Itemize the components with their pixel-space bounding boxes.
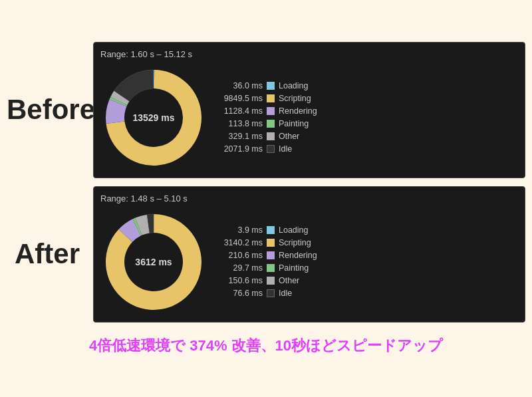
legend-label: Loading (279, 81, 309, 90)
legend-color-box (267, 277, 275, 285)
after-range: Range: 1.48 s – 5.10 s (100, 194, 515, 203)
legend-value: 329.1 ms (217, 132, 263, 141)
legend-color-box (267, 289, 275, 297)
legend-color-box (267, 251, 275, 259)
legend-color-box (267, 132, 275, 140)
legend-label: Scripting (279, 238, 311, 247)
legend-value: 150.6 ms (217, 276, 263, 285)
legend-item: 1128.4 msRendering (217, 106, 515, 116)
legend-color-box (267, 239, 275, 247)
legend-label: Idle (279, 289, 292, 298)
legend-label: Other (279, 276, 299, 285)
legend-label: Loading (279, 225, 309, 235)
legend-label: Rendering (279, 106, 317, 116)
after-center-label: 3612 ms (135, 257, 172, 267)
legend-value: 113.8 ms (217, 119, 263, 128)
legend-value: 9849.5 ms (217, 94, 263, 103)
legend-color-box (267, 82, 275, 90)
legend-value: 76.6 ms (217, 289, 263, 298)
legend-item: 210.6 msRendering (217, 251, 515, 260)
legend-label: Painting (279, 263, 309, 273)
legend-item: 36.0 msLoading (217, 81, 515, 90)
before-donut: 13529 ms (100, 65, 207, 171)
before-chart-content: 13529 ms 36.0 msLoading9849.5 msScriptin… (100, 65, 515, 171)
after-row: After Range: 1.48 s – 5.10 s 3612 ms 3.9… (7, 186, 525, 323)
legend-label: Rendering (279, 251, 317, 260)
legend-value: 1128.4 ms (217, 106, 263, 116)
legend-value: 210.6 ms (217, 251, 263, 260)
legend-color-box (267, 120, 275, 128)
legend-item: 2071.9 msIdle (217, 144, 515, 154)
legend-color-box (267, 145, 275, 153)
legend-value: 3.9 ms (217, 225, 263, 235)
before-range: Range: 1.60 s – 15.12 s (100, 49, 515, 59)
after-label: After (7, 238, 80, 270)
after-chart-panel: Range: 1.48 s – 5.10 s 3612 ms 3.9 msLoa… (93, 186, 525, 323)
legend-item: 150.6 msOther (217, 276, 515, 285)
legend-item: 3.9 msLoading (217, 225, 515, 235)
legend-item: 29.7 msPainting (217, 263, 515, 273)
legend-value: 36.0 ms (217, 81, 263, 90)
before-row: Before Range: 1.60 s – 15.12 s 13529 ms … (7, 42, 525, 178)
after-legend: 3.9 msLoading3140.2 msScripting210.6 msR… (217, 225, 515, 298)
after-chart-content: 3612 ms 3.9 msLoading3140.2 msScripting2… (100, 209, 515, 315)
legend-color-box (267, 94, 275, 102)
legend-item: 9849.5 msScripting (217, 94, 515, 103)
legend-color-box (267, 226, 275, 234)
legend-label: Other (279, 132, 299, 141)
before-center-label: 13529 ms (132, 112, 174, 123)
footer-text: 4倍低速環境で 374% 改善、10秒ほどスピードアップ (89, 336, 443, 356)
legend-label: Painting (279, 119, 309, 128)
legend-item: 3140.2 msScripting (217, 238, 515, 247)
legend-item: 329.1 msOther (217, 132, 515, 141)
legend-value: 2071.9 ms (217, 144, 263, 154)
legend-value: 3140.2 ms (217, 238, 263, 247)
after-donut: 3612 ms (100, 209, 207, 315)
legend-value: 29.7 ms (217, 263, 263, 273)
before-label: Before (7, 94, 80, 126)
before-chart-panel: Range: 1.60 s – 15.12 s 13529 ms 36.0 ms… (93, 42, 525, 178)
legend-item: 76.6 msIdle (217, 289, 515, 298)
legend-label: Idle (279, 144, 292, 154)
legend-label: Scripting (279, 94, 311, 103)
before-legend: 36.0 msLoading9849.5 msScripting1128.4 m… (217, 81, 515, 154)
legend-item: 113.8 msPainting (217, 119, 515, 128)
main-container: Before Range: 1.60 s – 15.12 s 13529 ms … (7, 42, 525, 356)
legend-color-box (267, 107, 275, 115)
legend-color-box (267, 264, 275, 272)
